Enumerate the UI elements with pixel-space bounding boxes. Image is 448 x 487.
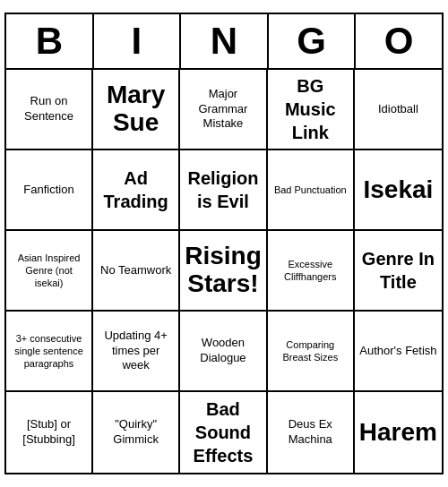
header-letter-B: B [6,14,94,68]
bingo-cell-4: Idiotball [355,70,442,150]
bingo-cell-14: Genre In Title [355,231,442,312]
bingo-header: BINGO [6,14,442,70]
bingo-cell-9: Isekai [355,150,442,231]
header-letter-N: N [181,14,269,68]
bingo-cell-10: Asian Inspired Genre (not isekai) [6,231,93,312]
bingo-cell-5: Fanfiction [6,150,93,231]
bingo-cell-0: Run on Sentence [6,70,93,150]
bingo-cell-13: Excessive Cliffhangers [268,231,355,312]
bingo-cell-17: Wooden Dialogue [180,312,268,392]
bingo-cell-23: Deus Ex Machina [268,392,355,473]
bingo-cell-19: Author's Fetish [355,312,442,392]
bingo-cell-12: Rising Stars! [180,231,268,312]
bingo-cell-22: Bad Sound Effects [180,392,268,473]
bingo-cell-20: [Stub] or [Stubbing] [6,392,93,473]
bingo-cell-2: Major Grammar Mistake [180,70,268,150]
bingo-grid: Run on SentenceMary SueMajor Grammar Mis… [6,70,442,473]
bingo-cell-18: Comparing Breast Sizes [268,312,355,392]
header-letter-G: G [269,14,357,68]
bingo-cell-15: 3+ consecutive single sentence paragraph… [6,312,93,392]
bingo-cell-6: Ad Trading [93,150,180,231]
bingo-cell-11: No Teamwork [93,231,180,312]
header-letter-I: I [94,14,182,68]
header-letter-O: O [356,14,442,68]
bingo-card: BINGO Run on SentenceMary SueMajor Gramm… [4,13,444,474]
bingo-cell-3: BG Music Link [268,70,355,150]
bingo-cell-16: Updating 4+ times per week [93,312,180,392]
bingo-cell-7: Religion is Evil [180,150,268,231]
bingo-cell-1: Mary Sue [93,70,180,150]
bingo-cell-21: "Quirky" Gimmick [93,392,180,473]
bingo-cell-8: Bad Punctuation [268,150,355,231]
bingo-cell-24: Harem [355,392,442,473]
